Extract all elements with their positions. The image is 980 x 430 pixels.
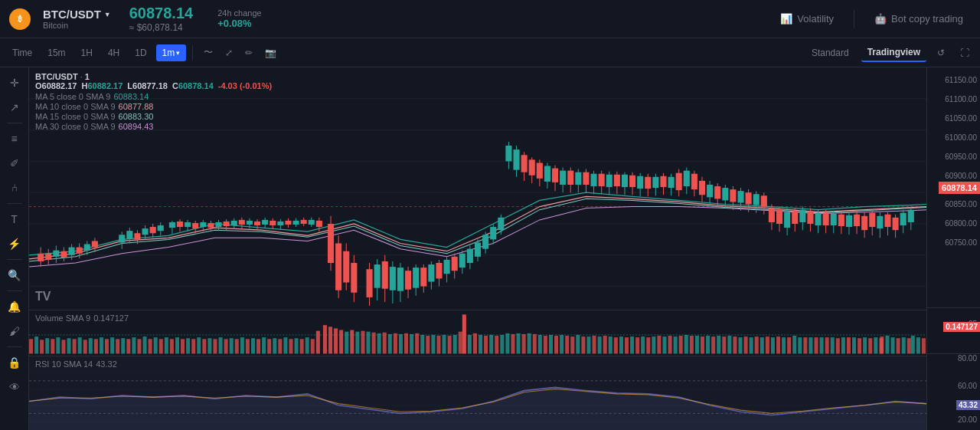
svg-rect-29 xyxy=(134,233,140,239)
indicator-btn[interactable]: ⤢ xyxy=(220,44,237,61)
svg-rect-273 xyxy=(191,339,195,353)
svg-rect-303 xyxy=(367,332,371,354)
svg-rect-203 xyxy=(390,267,396,290)
svg-rect-293 xyxy=(300,339,304,353)
tf-1d[interactable]: 1D xyxy=(129,44,152,61)
tf-15m[interactable]: 15m xyxy=(41,44,71,61)
svg-rect-119 xyxy=(301,220,307,224)
draw-btn[interactable]: ✏ xyxy=(240,44,257,61)
svg-rect-240 xyxy=(100,337,103,353)
magnet-tool[interactable]: ⚡ xyxy=(4,233,25,254)
svg-rect-9 xyxy=(38,254,44,261)
svg-rect-161 xyxy=(699,181,705,195)
svg-rect-268 xyxy=(165,337,168,353)
svg-rect-327 xyxy=(517,333,521,354)
zoom-tool[interactable]: 🔍 xyxy=(4,264,25,286)
svg-rect-314 xyxy=(426,336,430,353)
volatility-button[interactable]: 📊 Volatility xyxy=(773,8,841,29)
svg-rect-291 xyxy=(289,339,292,353)
pair-name[interactable]: BTC/USDT ▼ xyxy=(43,8,111,21)
camera-btn[interactable]: 📷 xyxy=(260,44,281,61)
svg-rect-245 xyxy=(126,339,130,353)
main-price-scale: 61150.00 61100.00 61050.00 61000.00 6095… xyxy=(927,67,980,307)
rsi-scale: 80.00 60.00 20.00 43.32 xyxy=(927,353,980,430)
current-price-badge: 60878.14 xyxy=(939,182,980,194)
svg-rect-213 xyxy=(452,257,458,271)
svg-rect-368 xyxy=(766,336,769,353)
svg-rect-173 xyxy=(746,192,752,204)
svg-rect-341 xyxy=(609,336,612,353)
svg-rect-235 xyxy=(73,339,77,353)
text-tool[interactable]: T xyxy=(4,208,25,230)
volume-chart[interactable]: Volume SMA 9 0.147127 xyxy=(29,310,926,356)
fullscreen-btn[interactable]: ⛶ xyxy=(956,44,974,61)
svg-rect-197 xyxy=(367,269,373,297)
svg-rect-183 xyxy=(807,212,813,224)
standard-view-btn[interactable]: Standard xyxy=(805,44,855,61)
svg-rect-175 xyxy=(753,194,760,205)
svg-rect-323 xyxy=(495,336,498,353)
svg-rect-260 xyxy=(787,337,791,353)
eye-tool[interactable]: 👁 xyxy=(4,376,25,398)
svg-rect-199 xyxy=(374,264,381,288)
price-display: 60878.14 ≈ $60,878.14 xyxy=(129,5,193,33)
svg-rect-358 xyxy=(711,336,715,353)
svg-rect-360 xyxy=(722,336,726,353)
arrow-tool[interactable]: ↗ xyxy=(4,97,25,118)
svg-rect-131 xyxy=(560,171,566,185)
svg-rect-13 xyxy=(53,251,59,257)
pitchfork-tool[interactable]: ⑃ xyxy=(4,177,25,199)
price-level-6: 60900.00 xyxy=(945,171,977,179)
svg-rect-390 xyxy=(902,337,906,353)
svg-rect-229 xyxy=(40,340,44,354)
svg-rect-113 xyxy=(277,222,283,225)
svg-rect-388 xyxy=(891,337,895,353)
svg-rect-237 xyxy=(83,340,87,354)
svg-rect-329 xyxy=(528,333,531,354)
rsi-chart[interactable]: RSI 10 SMA 14 43.32 xyxy=(29,356,926,430)
svg-rect-233 xyxy=(61,340,65,354)
hline-tool[interactable]: ≡ xyxy=(4,128,25,149)
svg-rect-285 xyxy=(256,339,260,353)
tradingview-btn[interactable]: Tradingview xyxy=(861,44,926,62)
svg-rect-139 xyxy=(591,174,597,186)
volume-scale: 25 0.147127 xyxy=(927,307,980,353)
lock-tool[interactable]: 🔒 xyxy=(4,352,25,373)
svg-rect-217 xyxy=(467,249,473,263)
svg-rect-279 xyxy=(224,339,228,353)
svg-rect-81 xyxy=(900,213,906,225)
svg-rect-333 xyxy=(549,335,553,353)
svg-rect-280 xyxy=(230,338,234,353)
tf-4h[interactable]: 4H xyxy=(102,44,126,61)
svg-rect-362 xyxy=(733,336,737,353)
svg-rect-277 xyxy=(213,339,217,353)
svg-rect-165 xyxy=(714,186,720,199)
svg-rect-379 xyxy=(836,338,840,353)
bot-copy-trading-button[interactable]: 🤖 Bot copy trading xyxy=(867,8,971,29)
svg-rect-288 xyxy=(273,338,276,353)
svg-rect-378 xyxy=(831,337,835,353)
tf-1h[interactable]: 1H xyxy=(75,44,99,61)
svg-rect-41 xyxy=(343,251,349,283)
svg-rect-236 xyxy=(78,337,82,353)
tool-sep-4 xyxy=(7,290,22,291)
main-chart[interactable]: BTC/USDT · 1 O60882.17 H60882.17 L60877.… xyxy=(29,67,926,310)
alert-tool[interactable]: 🔔 xyxy=(4,296,25,317)
pair-dropdown-icon: ▼ xyxy=(104,11,111,18)
svg-rect-335 xyxy=(560,335,564,353)
refresh-btn[interactable]: ↺ xyxy=(933,44,949,61)
svg-rect-53 xyxy=(513,149,519,170)
paint-tool[interactable]: 🖌 xyxy=(4,320,25,342)
svg-rect-332 xyxy=(544,336,547,353)
pen-tool[interactable]: ✐ xyxy=(4,153,25,174)
svg-rect-159 xyxy=(668,177,675,188)
svg-rect-322 xyxy=(489,335,493,353)
svg-rect-294 xyxy=(305,337,309,353)
svg-rect-307 xyxy=(388,334,392,354)
pair-info: BTC/USDT ▼ Bitcoin xyxy=(43,8,111,30)
svg-rect-125 xyxy=(537,162,543,178)
crosshair-tool[interactable]: ✛ xyxy=(4,72,25,94)
tf-1m-active[interactable]: 1m ▾ xyxy=(156,44,187,61)
svg-rect-366 xyxy=(755,336,759,353)
line-chart-btn[interactable]: 〜 xyxy=(199,43,217,62)
